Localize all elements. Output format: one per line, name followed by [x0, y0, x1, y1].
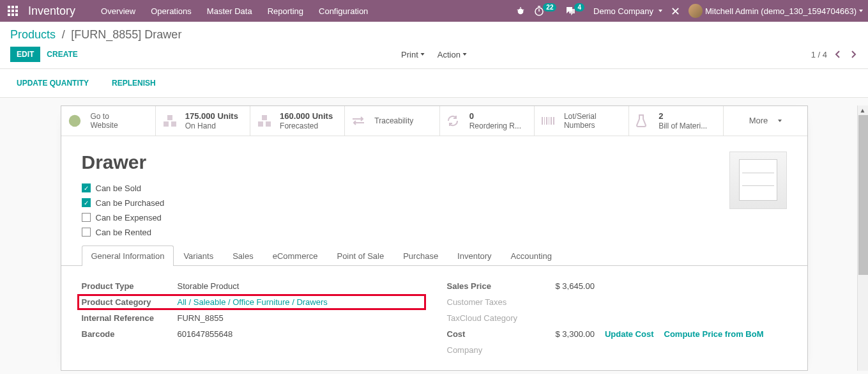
control-panel: Products / [FURN_8855] Drawer EDIT CREAT… [0, 22, 868, 69]
tab-general-info[interactable]: General Information [82, 245, 174, 266]
field-cost: Cost $ 3,300.00 Update Cost Compute Pric… [447, 329, 787, 339]
svg-point-9 [518, 9, 524, 15]
svg-rect-28 [544, 117, 545, 125]
menu-overview[interactable]: Overview [101, 6, 135, 16]
close-icon[interactable] [671, 7, 680, 15]
timer-icon[interactable]: 22 [534, 6, 556, 16]
menu-configuration[interactable]: Configuration [319, 6, 368, 16]
svg-rect-32 [553, 117, 554, 125]
compute-price-button[interactable]: Compute Price from BoM [664, 329, 764, 339]
navbar: Inventory Overview Operations Master Dat… [0, 0, 868, 22]
checkbox-can-sold[interactable]: ✓ Can be Sold [82, 183, 165, 193]
svg-rect-21 [171, 121, 176, 127]
stat-forecast[interactable]: 160.000 UnitsForecasted [250, 106, 345, 136]
form-body: Product Type Storable Product Product Ca… [61, 266, 807, 370]
refresh-icon [446, 114, 463, 127]
update-cost-button[interactable]: Update Cost [605, 329, 654, 339]
action-dropdown[interactable]: Action [434, 47, 471, 62]
svg-line-12 [522, 10, 524, 10]
chevron-down-icon [659, 10, 662, 12]
stat-reordering[interactable]: 0Reordering R... [440, 106, 535, 136]
pager-text: 1 / 4 [811, 50, 827, 59]
company-selector[interactable]: Demo Company [593, 6, 662, 16]
drawer-thumbnail [739, 159, 777, 201]
stat-buttons: Go toWebsite 175.000 UnitsOn Hand 160.00… [61, 106, 807, 136]
field-barcode: Barcode 601647855648 [82, 329, 422, 339]
replenish-button[interactable]: REPLENISH [105, 75, 162, 91]
svg-rect-20 [164, 121, 169, 127]
main-menu: Overview Operations Master Data Reportin… [101, 6, 368, 16]
chevron-down-icon [463, 53, 467, 56]
tab-purchase[interactable]: Purchase [393, 245, 448, 266]
product-name: Drawer [82, 152, 165, 173]
tab-sales[interactable]: Sales [223, 245, 263, 266]
stat-website[interactable]: Go toWebsite [61, 106, 156, 136]
chevron-down-icon [421, 53, 425, 56]
user-menu[interactable]: Mitchell Admin (demo_130_1594704663) [689, 4, 863, 18]
apps-icon[interactable] [5, 3, 20, 19]
pager-prev[interactable] [834, 50, 842, 59]
chevron-down-icon [778, 120, 782, 122]
tab-pos[interactable]: Point of Sale [327, 245, 393, 266]
stat-onhand[interactable]: 175.000 UnitsOn Hand [156, 106, 250, 136]
stat-more[interactable]: More [724, 106, 807, 136]
print-dropdown[interactable]: Print [397, 47, 429, 62]
svg-rect-2 [15, 6, 18, 8]
breadcrumb-parent[interactable]: Products [10, 28, 56, 41]
tab-inventory[interactable]: Inventory [448, 245, 501, 266]
chevron-down-icon [859, 10, 863, 12]
product-image[interactable] [729, 152, 787, 209]
breadcrumb-current: [FURN_8855] Drawer [71, 28, 181, 41]
tab-ecommerce[interactable]: eCommerce [263, 245, 328, 266]
field-sales-price: Sales Price $ 3,645.00 [447, 281, 787, 291]
checkbox-icon [82, 213, 91, 222]
stat-traceability[interactable]: Traceability [345, 106, 439, 136]
field-product-category: Product Category All / Saleable / Office… [77, 294, 426, 310]
product-category-link[interactable]: All / Saleable / Office Furniture / Draw… [178, 297, 328, 307]
create-button[interactable]: CREATE [40, 47, 84, 62]
scrollbar-thumb[interactable] [858, 115, 868, 275]
sub-actions: UPDATE QUANTITY REPLENISH [0, 69, 868, 98]
product-header: Drawer ✓ Can be Sold ✓ Can be Purchased … [61, 136, 807, 245]
form-sheet: Go toWebsite 175.000 UnitsOn Hand 160.00… [61, 105, 808, 371]
svg-rect-5 [15, 10, 18, 12]
checkbox-icon [82, 228, 91, 237]
svg-rect-6 [8, 13, 10, 16]
chat-icon[interactable]: 4 [565, 6, 584, 16]
app-title[interactable]: Inventory [28, 4, 75, 18]
svg-rect-23 [258, 121, 263, 127]
pager: 1 / 4 [811, 50, 858, 59]
svg-rect-8 [15, 13, 18, 16]
checkbox-can-purchased[interactable]: ✓ Can be Purchased [82, 198, 165, 208]
field-product-type: Product Type Storable Product [82, 281, 422, 291]
bug-icon[interactable] [516, 6, 525, 15]
menu-reporting[interactable]: Reporting [268, 6, 303, 16]
field-taxcloud: TaxCloud Category [447, 313, 787, 323]
field-company: Company [447, 345, 787, 355]
tab-variants[interactable]: Variants [174, 245, 223, 266]
menu-master-data[interactable]: Master Data [207, 6, 252, 16]
checkbox-can-expensed[interactable]: Can be Expensed [82, 213, 165, 222]
svg-rect-31 [551, 117, 552, 125]
tabs: General Information Variants Sales eComm… [61, 245, 807, 266]
update-quantity-button[interactable]: UPDATE QUANTITY [10, 75, 95, 91]
tab-accounting[interactable]: Accounting [501, 245, 561, 266]
svg-rect-7 [11, 13, 14, 16]
menu-operations[interactable]: Operations [151, 6, 192, 16]
svg-rect-3 [8, 10, 10, 12]
pager-next[interactable] [849, 50, 858, 59]
stat-lot-serial[interactable]: Lot/SerialNumbers [535, 106, 629, 136]
checkbox-can-rented[interactable]: Can be Rented [82, 228, 165, 237]
avatar [689, 4, 703, 18]
svg-point-18 [68, 115, 80, 127]
scrollbar-up-icon[interactable]: ▲ [858, 105, 867, 115]
barcode-icon [541, 116, 558, 126]
svg-rect-1 [11, 6, 14, 8]
scrollbar[interactable]: ▲ [857, 105, 868, 371]
svg-rect-0 [8, 6, 10, 8]
stat-bom[interactable]: 2Bill of Materi... [629, 106, 724, 136]
company-name: Demo Company [593, 6, 653, 16]
timer-badge: 22 [543, 3, 556, 12]
svg-rect-29 [546, 117, 547, 125]
edit-button[interactable]: EDIT [10, 47, 40, 62]
